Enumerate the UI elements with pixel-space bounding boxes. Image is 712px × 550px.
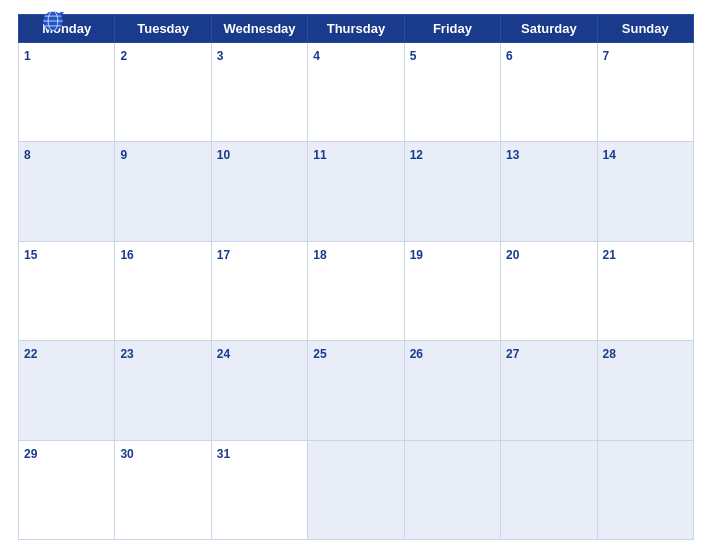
calendar-day-13: 13 [501, 142, 597, 241]
calendar-week-row: 891011121314 [19, 142, 694, 241]
day-number: 30 [120, 447, 133, 461]
calendar-day-12: 12 [404, 142, 500, 241]
day-number: 8 [24, 148, 31, 162]
weekday-header-saturday: Saturday [501, 15, 597, 43]
calendar-empty-cell [308, 440, 404, 539]
calendar-day-10: 10 [211, 142, 307, 241]
day-number: 3 [217, 49, 224, 63]
weekday-header-row: MondayTuesdayWednesdayThursdayFridaySatu… [19, 15, 694, 43]
calendar-day-15: 15 [19, 241, 115, 340]
weekday-header-friday: Friday [404, 15, 500, 43]
day-number: 10 [217, 148, 230, 162]
calendar-day-25: 25 [308, 341, 404, 440]
logo [18, 10, 88, 32]
day-number: 2 [120, 49, 127, 63]
day-number: 4 [313, 49, 320, 63]
day-number: 9 [120, 148, 127, 162]
calendar-day-19: 19 [404, 241, 500, 340]
calendar-empty-cell [404, 440, 500, 539]
day-number: 27 [506, 347, 519, 361]
day-number: 13 [506, 148, 519, 162]
day-number: 19 [410, 248, 423, 262]
calendar-week-row: 15161718192021 [19, 241, 694, 340]
day-number: 5 [410, 49, 417, 63]
calendar-table: MondayTuesdayWednesdayThursdayFridaySatu… [18, 14, 694, 540]
day-number: 24 [217, 347, 230, 361]
day-number: 1 [24, 49, 31, 63]
logo-icon [39, 10, 67, 32]
calendar-day-31: 31 [211, 440, 307, 539]
day-number: 6 [506, 49, 513, 63]
day-number: 15 [24, 248, 37, 262]
calendar-day-17: 17 [211, 241, 307, 340]
calendar-day-14: 14 [597, 142, 693, 241]
day-number: 18 [313, 248, 326, 262]
calendar-week-row: 293031 [19, 440, 694, 539]
calendar-day-1: 1 [19, 43, 115, 142]
calendar-day-24: 24 [211, 341, 307, 440]
day-number: 28 [603, 347, 616, 361]
weekday-header-sunday: Sunday [597, 15, 693, 43]
calendar-day-16: 16 [115, 241, 211, 340]
day-number: 22 [24, 347, 37, 361]
calendar-day-9: 9 [115, 142, 211, 241]
calendar-day-21: 21 [597, 241, 693, 340]
calendar-week-row: 1234567 [19, 43, 694, 142]
day-number: 23 [120, 347, 133, 361]
calendar-day-2: 2 [115, 43, 211, 142]
calendar-week-row: 22232425262728 [19, 341, 694, 440]
calendar-day-18: 18 [308, 241, 404, 340]
day-number: 20 [506, 248, 519, 262]
day-number: 26 [410, 347, 423, 361]
calendar-day-26: 26 [404, 341, 500, 440]
calendar-day-6: 6 [501, 43, 597, 142]
calendar-day-7: 7 [597, 43, 693, 142]
calendar-day-8: 8 [19, 142, 115, 241]
day-number: 14 [603, 148, 616, 162]
calendar-day-3: 3 [211, 43, 307, 142]
day-number: 21 [603, 248, 616, 262]
calendar-day-23: 23 [115, 341, 211, 440]
calendar-day-30: 30 [115, 440, 211, 539]
calendar-day-5: 5 [404, 43, 500, 142]
calendar-day-22: 22 [19, 341, 115, 440]
day-number: 17 [217, 248, 230, 262]
calendar-empty-cell [597, 440, 693, 539]
weekday-header-thursday: Thursday [308, 15, 404, 43]
calendar-day-11: 11 [308, 142, 404, 241]
weekday-header-tuesday: Tuesday [115, 15, 211, 43]
calendar-empty-cell [501, 440, 597, 539]
calendar-day-28: 28 [597, 341, 693, 440]
calendar-day-27: 27 [501, 341, 597, 440]
day-number: 29 [24, 447, 37, 461]
day-number: 7 [603, 49, 610, 63]
calendar-day-20: 20 [501, 241, 597, 340]
calendar-day-4: 4 [308, 43, 404, 142]
day-number: 11 [313, 148, 326, 162]
day-number: 25 [313, 347, 326, 361]
day-number: 31 [217, 447, 230, 461]
weekday-header-wednesday: Wednesday [211, 15, 307, 43]
calendar-day-29: 29 [19, 440, 115, 539]
day-number: 16 [120, 248, 133, 262]
day-number: 12 [410, 148, 423, 162]
